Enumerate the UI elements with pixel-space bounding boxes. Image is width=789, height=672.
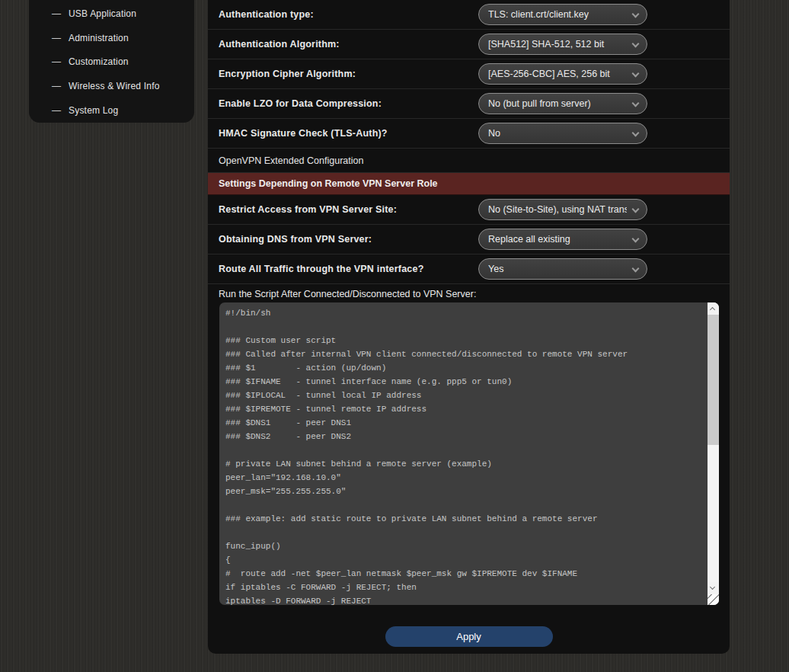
form-row-restrict-access: Restrict Access from VPN Server Site: No… (208, 195, 730, 225)
chevron-down-icon (710, 584, 715, 590)
sidebar-item-wireless-wired-info[interactable]: — Wireless & Wired Info (29, 74, 194, 98)
field-label: Authentication type: (219, 9, 314, 20)
sidebar-item-label: Administration (69, 33, 129, 43)
selected-value: Replace all existing (488, 234, 627, 245)
dash-icon: — (52, 105, 61, 116)
field-label: HMAC Signature Check (TLS-Auth)? (219, 128, 388, 139)
field-label: Encryption Cipher Algorithm: (219, 69, 356, 79)
field-label: Authentication Algorithm: (219, 39, 340, 50)
chevron-down-icon (632, 11, 640, 18)
scrollbar-up-button[interactable] (708, 302, 719, 315)
selected-value: No (488, 128, 627, 139)
selected-value: TLS: client.crt/client.key (488, 9, 627, 20)
form-row-encryption-cipher: Encryption Cipher Algorithm: [AES-256-CB… (208, 59, 730, 89)
chevron-down-icon (632, 70, 640, 78)
scrollbar-thumb[interactable] (708, 315, 719, 445)
obtaining-dns-select[interactable]: Replace all existing (478, 229, 647, 250)
chevron-down-icon (632, 206, 640, 213)
form-row-authentication-algorithm: Authentication Algorithm: [SHA512] SHA-5… (208, 30, 730, 59)
route-all-traffic-select[interactable]: Yes (478, 258, 647, 280)
sidebar-item-label: System Log (69, 105, 118, 116)
form-row-obtaining-dns: Obtaining DNS from VPN Server: Replace a… (208, 225, 730, 254)
encryption-cipher-select[interactable]: [AES-256-CBC] AES, 256 bit (478, 63, 647, 85)
script-textarea[interactable]: #!/bin/sh ### Custom user script ### Cal… (219, 302, 708, 605)
sidebar-item-usb-application[interactable]: — USB Application (29, 2, 194, 26)
script-label: Run the Script After Connected/Disconnec… (219, 289, 476, 299)
script-editor: #!/bin/sh ### Custom user script ### Cal… (219, 302, 719, 605)
form-row-lzo-compression: Enable LZO for Data Compression: No (but… (208, 89, 730, 119)
chevron-down-icon (632, 130, 640, 137)
form-row-authentication-type: Authentication type: TLS: client.crt/cli… (208, 0, 730, 30)
section-label: OpenVPN Extended Configuration (219, 155, 363, 166)
form-row-hmac-check: HMAC Signature Check (TLS-Auth)? No (208, 119, 730, 149)
selected-value: No (but pull from server) (488, 98, 627, 109)
sidebar-item-system-log[interactable]: — System Log (29, 98, 194, 123)
chevron-down-icon (632, 100, 640, 107)
lzo-compression-select[interactable]: No (but pull from server) (478, 93, 647, 114)
chevron-down-icon (632, 40, 640, 48)
scrollbar-track[interactable] (708, 315, 719, 582)
selected-value: [SHA512] SHA-512, 512 bit (488, 39, 627, 50)
dash-icon: — (52, 33, 61, 43)
chevron-up-icon (710, 307, 715, 312)
sidebar: — USB Application — Administration — Cus… (29, 0, 194, 123)
chevron-down-icon (632, 265, 640, 273)
script-scrollbar (708, 302, 719, 605)
section-remote-vpn-server-role: Settings Depending on Remote VPN Server … (208, 173, 730, 195)
vpn-client-settings-panel: Authentication type: TLS: client.crt/cli… (208, 0, 730, 654)
dash-icon: — (52, 56, 61, 67)
script-label-row: Run the Script After Connected/Disconnec… (208, 284, 730, 302)
sidebar-item-label: Wireless & Wired Info (69, 81, 160, 91)
selected-value: No (Site-to-Site), using NAT trans (488, 204, 627, 215)
apply-button[interactable]: Apply (385, 626, 553, 647)
section-openvpn-extended-config: OpenVPN Extended Configuration (208, 149, 730, 173)
field-label: Restrict Access from VPN Server Site: (219, 204, 397, 215)
field-label: Obtaining DNS from VPN Server: (219, 234, 372, 245)
selected-value: [AES-256-CBC] AES, 256 bit (488, 69, 627, 79)
chevron-down-icon (632, 235, 640, 243)
sidebar-item-label: USB Application (69, 8, 136, 19)
hmac-check-select[interactable]: No (478, 123, 647, 144)
resize-grip-icon[interactable] (708, 594, 719, 605)
authentication-type-select[interactable]: TLS: client.crt/client.key (478, 4, 647, 25)
form-row-route-all-traffic: Route All Traffic through the VPN interf… (208, 254, 730, 284)
sidebar-item-customization[interactable]: — Customization (29, 50, 194, 75)
scrollbar-down-button[interactable] (708, 582, 719, 594)
authentication-algorithm-select[interactable]: [SHA512] SHA-512, 512 bit (478, 34, 647, 55)
dash-icon: — (52, 81, 61, 91)
restrict-access-select[interactable]: No (Site-to-Site), using NAT trans (478, 199, 647, 220)
dash-icon: — (52, 8, 61, 19)
field-label: Route All Traffic through the VPN interf… (219, 264, 423, 274)
sidebar-item-label: Customization (69, 56, 129, 67)
selected-value: Yes (488, 264, 627, 274)
apply-row: Apply (208, 626, 730, 647)
sidebar-item-administration[interactable]: — Administration (29, 26, 194, 50)
field-label: Enable LZO for Data Compression: (219, 98, 382, 109)
section-label: Settings Depending on Remote VPN Server … (219, 178, 438, 189)
